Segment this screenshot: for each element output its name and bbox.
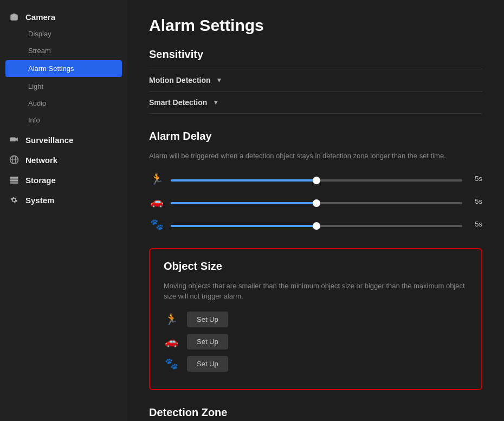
sidebar-section-surveillance-label: Surveillance [25,135,73,145]
page-title: Alarm Settings [149,16,482,35]
sidebar-section-network[interactable]: Network [0,148,127,169]
sidebar-item-alarm-settings[interactable]: Alarm Settings [5,60,122,77]
object-size-description: Moving objects that are smaller than the… [164,281,468,302]
alarm-delay-description: Alarm will be triggered when a detection… [149,151,482,161]
motion-detection-label: Motion Detection [149,76,211,85]
sidebar-section-camera[interactable]: Camera [0,5,127,25]
vehicle-slider-value: 5s [469,197,482,205]
sidebar-item-light[interactable]: Light [0,78,127,95]
smart-detection-label: Smart Detection [149,98,207,107]
sidebar-section-camera-label: Camera [25,12,55,22]
smart-detection-dropdown[interactable]: Smart Detection ▼ [149,92,482,114]
object-vehicle-icon: 🚗 [164,334,179,349]
sidebar-section-system[interactable]: System [0,189,127,209]
person-slider-container [171,174,462,183]
smart-detection-chevron-icon: ▼ [212,99,219,106]
pet-slider-container [171,220,462,229]
person-slider-value: 5s [469,174,482,183]
person-icon: 🏃 [149,171,164,186]
motion-detection-dropdown[interactable]: Motion Detection ▼ [149,69,482,92]
person-slider[interactable] [171,179,462,182]
storage-icon [8,174,20,186]
vehicle-setup-button[interactable]: Set Up [187,334,228,349]
network-icon [8,154,20,166]
surveillance-icon [8,134,20,146]
pet-icon: 🐾 [149,217,164,232]
object-size-section: Object Size Moving objects that are smal… [149,248,482,390]
vehicle-slider-container [171,197,462,206]
svg-rect-0 [10,138,16,142]
sensitivity-section: Sensitivity Motion Detection ▼ Smart Det… [149,48,482,114]
pet-slider[interactable] [171,225,462,227]
sidebar-section-surveillance[interactable]: Surveillance [0,128,127,148]
pet-slider-value: 5s [469,220,482,228]
object-person-icon: 🏃 [164,312,179,327]
alarm-delay-title: Alarm Delay [149,130,482,143]
pet-slider-row: 🐾 5s [149,217,482,232]
sidebar-section-network-label: Network [25,156,57,165]
sidebar-item-stream[interactable]: Stream [0,42,127,59]
pet-setup-row: 🐾 Set Up [164,356,468,372]
object-pet-icon: 🐾 [164,356,179,371]
vehicle-slider[interactable] [171,202,462,204]
svg-rect-4 [10,177,18,179]
main-content: Alarm Settings Sensitivity Motion Detect… [127,0,504,421]
person-setup-row: 🏃 Set Up [164,312,468,327]
detection-zone-title: Detection Zone [149,406,482,419]
sensitivity-title: Sensitivity [149,48,482,61]
person-setup-button[interactable]: Set Up [187,312,228,327]
sidebar-section-system-label: System [25,196,54,205]
alarm-delay-section: Alarm Delay Alarm will be triggered when… [149,130,482,232]
svg-rect-6 [10,183,18,184]
person-slider-row: 🏃 5s [149,171,482,186]
camera-icon [8,11,20,23]
sidebar-item-info[interactable]: Info [0,112,127,128]
sidebar-section-storage-label: Storage [25,176,56,185]
detection-zone-section: Detection Zone Set Up [149,406,482,422]
vehicle-icon: 🚗 [149,194,164,209]
sidebar-item-audio[interactable]: Audio [0,95,127,112]
vehicle-setup-row: 🚗 Set Up [164,334,468,349]
system-icon [8,194,20,206]
motion-detection-chevron-icon: ▼ [216,76,223,84]
object-size-title: Object Size [164,260,468,273]
vehicle-slider-row: 🚗 5s [149,194,482,209]
sidebar-item-display[interactable]: Display [0,25,127,42]
pet-setup-button[interactable]: Set Up [187,356,228,372]
svg-rect-5 [10,179,18,182]
sidebar-section-storage[interactable]: Storage [0,169,127,189]
sidebar: Camera Display Stream Alarm Settings Lig… [0,0,127,421]
